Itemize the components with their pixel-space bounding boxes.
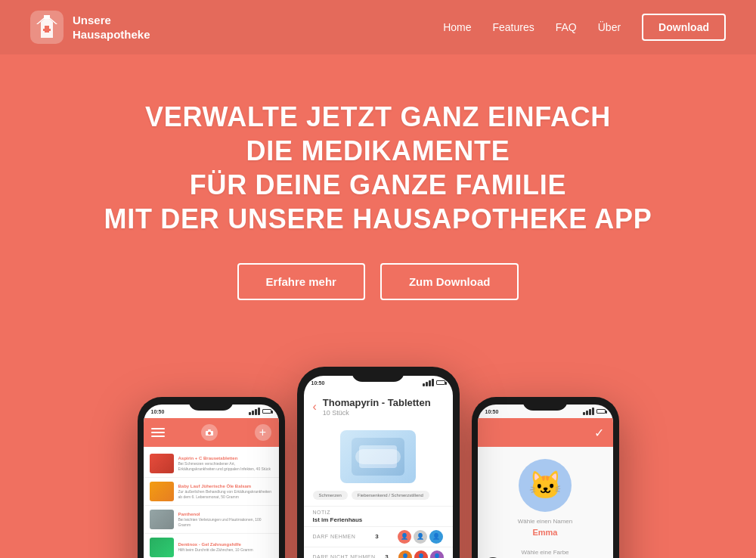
profile-avatar-section: 🐱 Wähle einen Namen Emma xyxy=(478,447,613,543)
pill-image xyxy=(340,430,416,483)
status-icons-3 xyxy=(583,408,606,415)
hero-section: VERWALTE JETZT GANZ EINFACH DIE MEDIKAME… xyxy=(0,54,756,367)
darf-row: DARF NEHMEN 3 👤 👤 👤 xyxy=(304,526,453,547)
status-icons-1 xyxy=(249,408,271,415)
avatar-icon: 🐱 xyxy=(528,470,562,501)
screen3-header: ✓ xyxy=(478,418,613,447)
phone-frame-list: 10:50 xyxy=(138,397,285,558)
nav-features[interactable]: Features xyxy=(492,21,534,33)
logo-icon xyxy=(30,11,64,44)
time-1: 10:50 xyxy=(151,409,165,414)
time-3: 10:50 xyxy=(485,409,499,414)
tag-2: Fiebersenkend / Schmerzstillend xyxy=(352,491,429,500)
med-img-3 xyxy=(150,510,174,529)
phone-profile: 10:50 ✓ 🐱 xyxy=(472,397,619,558)
avatar-circle: 🐱 xyxy=(519,459,572,512)
darf-nicht-label: DARF NICHT NEHMEN xyxy=(313,554,376,558)
person-1: 👤 xyxy=(398,530,411,544)
darf-label: DARF NEHMEN xyxy=(313,534,356,539)
hero-buttons: Erfahre mehr Zum Download xyxy=(30,263,726,300)
svg-point-5 xyxy=(208,432,211,435)
nav-download-button[interactable]: Download xyxy=(642,14,726,41)
nav-ueber[interactable]: Über xyxy=(598,21,621,33)
phone-frame-detail: 10:50 ‹ Thomapyrin - Tablett xyxy=(297,367,460,558)
battery-2 xyxy=(436,380,445,385)
detail-title-area: Thomapyrin - Tabletten 10 Stück xyxy=(323,397,431,417)
logo-text: Unsere Hausapotheke xyxy=(73,13,150,42)
detail-title: Thomapyrin - Tabletten xyxy=(323,397,431,409)
phone-notch-2 xyxy=(352,367,404,382)
learn-more-button[interactable]: Erfahre mehr xyxy=(237,263,365,300)
phone-notch-1 xyxy=(188,397,234,411)
phone-notch-3 xyxy=(522,397,568,411)
profile-name: Emma xyxy=(518,528,572,537)
person-3: 👤 xyxy=(429,530,443,544)
menu-icon xyxy=(151,428,165,437)
darf-persons: 👤 👤 👤 xyxy=(398,530,443,544)
back-icon: ‹ xyxy=(313,400,317,414)
med-item-3: Panthenol Bei leichten Verletzungen und … xyxy=(144,506,279,534)
phone-list: 10:50 xyxy=(138,397,285,558)
pill-image-area xyxy=(304,423,453,491)
darf-nicht-persons: 👤 👤 👤 xyxy=(398,550,444,558)
phone-detail: 10:50 ‹ Thomapyrin - Tablett xyxy=(297,367,460,558)
med-item-4: Dentinox - Gel Zahnungshilfe Hilft beim … xyxy=(144,534,279,558)
person-6: 👤 xyxy=(430,550,444,558)
add-icon: + xyxy=(255,424,271,441)
person-2: 👤 xyxy=(414,530,427,544)
status-icons-2 xyxy=(423,379,445,386)
phone-screen-list: 10:50 xyxy=(144,405,279,558)
camera-icon xyxy=(201,424,218,441)
color-section: Wähle eine Farbe xyxy=(478,549,613,558)
phone-screen-detail: 10:50 ‹ Thomapyrin - Tablett xyxy=(304,376,453,558)
phone-screen-profile: 10:50 ✓ 🐱 xyxy=(478,405,613,558)
med-text-1: Aspirin + C Brausetabletten Bei Schmerze… xyxy=(178,456,273,471)
med-text-2: Baby Lauf Jüherische Öle Balsam Zur äuße… xyxy=(178,484,273,499)
darf-nicht-row: DARF NICHT NEHMEN 3 👤 👤 👤 xyxy=(304,547,453,558)
svg-rect-3 xyxy=(44,15,50,19)
detail-subtitle: 10 Stück xyxy=(323,409,431,417)
nav-home[interactable]: Home xyxy=(443,21,471,33)
tag-1: Schmerzen xyxy=(313,491,348,500)
med-text-3: Panthenol Bei leichten Verletzungen und … xyxy=(178,512,273,527)
med-img-1 xyxy=(150,454,174,473)
download-button[interactable]: Zum Download xyxy=(380,263,519,300)
checkmark-icon: ✓ xyxy=(594,426,604,440)
phones-section: 10:50 xyxy=(0,367,756,558)
med-text-4: Dentinox - Gel Zahnungshilfe Hilft beim … xyxy=(178,542,273,553)
person-4: 👤 xyxy=(398,550,412,558)
logo: Unsere Hausapotheke xyxy=(30,11,150,44)
choose-color-label: Wähle eine Farbe xyxy=(478,549,613,556)
detail-tags: Schmerzen Fiebersenkend / Schmerzstillen… xyxy=(304,491,453,500)
darf-nicht-count: 3 xyxy=(385,553,388,558)
choose-name-label: Wähle einen Namen xyxy=(518,518,572,525)
nav-faq[interactable]: FAQ xyxy=(556,21,577,33)
med-item-1: Aspirin + C Brausetabletten Bei Schmerze… xyxy=(144,450,279,478)
note-section: Notiz Ist im Ferienhaus xyxy=(304,506,453,526)
svg-rect-6 xyxy=(208,429,211,431)
header: Unsere Hausapotheke Home Features FAQ Üb… xyxy=(0,0,756,54)
note-label: Notiz xyxy=(313,510,444,515)
screen2-header: ‹ Thomapyrin - Tabletten 10 Stück xyxy=(304,391,453,423)
svg-rect-2 xyxy=(43,29,51,31)
med-img-2 xyxy=(150,482,174,501)
nav: Home Features FAQ Über Download xyxy=(443,14,726,41)
person-5: 👤 xyxy=(414,550,428,558)
battery-3 xyxy=(596,409,606,414)
hero-title: VERWALTE JETZT GANZ EINFACH DIE MEDIKAME… xyxy=(30,100,726,236)
time-2: 10:50 xyxy=(311,380,325,386)
screen1-header: + xyxy=(144,418,279,447)
darf-count: 3 xyxy=(375,533,378,540)
phone-frame-profile: 10:50 ✓ 🐱 xyxy=(472,397,619,558)
med-item-2: Baby Lauf Jüherische Öle Balsam Zur äuße… xyxy=(144,478,279,506)
med-list: Aspirin + C Brausetabletten Bei Schmerze… xyxy=(144,447,279,558)
battery-1 xyxy=(262,409,271,414)
med-img-4 xyxy=(150,538,174,557)
note-value: Ist im Ferienhaus xyxy=(313,516,444,523)
